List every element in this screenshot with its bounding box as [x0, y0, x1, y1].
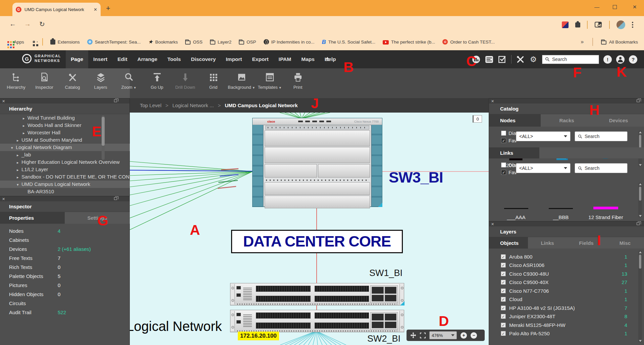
bookmark-perfect-strike[interactable]: The perfect strike (b... — [383, 40, 435, 45]
hierarchy-button[interactable]: Hierarchy — [2, 68, 30, 98]
bookmark-order-to-cash[interactable]: GOrder to Cash TEST... — [442, 39, 495, 45]
expand-icon[interactable] — [17, 137, 21, 144]
fav-checkbox[interactable]: ✓ — [501, 138, 506, 143]
menu-insert[interactable]: Insert — [88, 50, 112, 68]
label-ip-address[interactable]: 172.16.20.100 — [238, 332, 279, 340]
expand-icon[interactable] — [23, 129, 28, 137]
bookmark-folder-oss[interactable]: OSS — [185, 40, 203, 45]
eject-icon[interactable] — [325, 57, 330, 61]
browser-menu-icon[interactable] — [632, 24, 633, 25]
window-minimize-button[interactable]: — — [594, 4, 599, 10]
tab-links[interactable]: Links — [528, 237, 567, 249]
admin-tools-icon[interactable] — [516, 55, 525, 64]
layer-count[interactable]: 1 — [625, 254, 627, 260]
label-sw3-bi[interactable]: SW3_BI — [389, 169, 443, 186]
tree-item[interactable]: Woods Hall and Skinner — [0, 122, 130, 129]
hierarchy-scrollbar[interactable] — [102, 116, 105, 160]
layer-checkbox[interactable]: ✓ — [501, 331, 506, 336]
expand-icon[interactable] — [23, 122, 28, 129]
layer-checkbox[interactable]: ✓ — [501, 288, 506, 293]
collapse-icon[interactable] — [17, 181, 21, 188]
layer-count[interactable]: 4 — [625, 322, 627, 328]
help-button[interactable]: ? — [629, 55, 637, 64]
all-bookmarks-button[interactable]: All Bookmarks — [601, 40, 638, 45]
zoom-button[interactable]: Zoom▼ — [115, 68, 143, 98]
expand-icon[interactable] — [17, 151, 21, 159]
catalog-links-header[interactable]: Links — [489, 147, 539, 158]
tree-item[interactable]: Wind Tunnel Building — [0, 114, 130, 122]
catalog-button[interactable]: Catalog — [58, 68, 87, 98]
search-tabs-icon[interactable] — [594, 21, 602, 28]
grid-button[interactable]: Grid — [199, 68, 227, 98]
tree-item[interactable]: _lab — [0, 151, 130, 158]
menu-discovery[interactable]: Discovery — [186, 50, 221, 68]
fit-screen-icon[interactable] — [420, 333, 426, 338]
menu-tools[interactable]: Tools — [162, 50, 186, 68]
tree-item[interactable]: USM at Southern Maryland — [0, 136, 130, 144]
link-swatch-aaa[interactable] — [504, 208, 528, 209]
close-icon[interactable]: ✕ — [2, 197, 5, 201]
float-panel-icon[interactable] — [114, 99, 117, 102]
pan-move-icon[interactable] — [410, 332, 416, 338]
layer-checkbox[interactable]: ✓ — [501, 314, 506, 319]
bookmarks-overflow-icon[interactable]: » — [581, 39, 584, 45]
layers-button[interactable]: Layers — [87, 68, 115, 98]
inspector-button[interactable]: Inspector — [30, 68, 58, 98]
menu-help[interactable]: Help — [320, 50, 341, 68]
catalog-nodes-search-input[interactable]: Search — [575, 131, 628, 141]
layer-count[interactable]: 7 — [625, 305, 627, 311]
close-icon[interactable]: ✕ — [2, 99, 5, 104]
layer-checkbox[interactable]: ✓ — [501, 280, 506, 285]
menu-arrange[interactable]: Arrange — [132, 50, 162, 68]
layer-count[interactable]: 1 — [625, 331, 627, 336]
tab-objects[interactable]: Objects — [489, 237, 528, 249]
expand-icon[interactable] — [17, 159, 21, 166]
breadcrumb-logical-network[interactable]: Logical Network ... — [172, 102, 214, 108]
audit-trail-link[interactable]: 522 — [58, 308, 66, 317]
forward-icon[interactable]: → — [24, 20, 31, 28]
layers-scrollbar[interactable] — [638, 251, 642, 343]
zoom-in-button[interactable]: + — [461, 332, 467, 339]
tab-racks[interactable]: Racks — [541, 114, 593, 127]
layer-checkbox[interactable]: ✓ — [501, 263, 506, 268]
expand-icon[interactable] — [17, 174, 21, 181]
menu-ipam[interactable]: IPAM — [274, 50, 297, 68]
nodes-count-link[interactable]: 4 — [58, 226, 60, 235]
window-close-button[interactable]: ✕ — [633, 4, 637, 10]
tab-nodes[interactable]: Nodes — [489, 114, 541, 127]
label-sw2-bi[interactable]: SW2_BI — [367, 334, 400, 344]
catalog-links-type-select[interactable]: <ALL> — [516, 163, 571, 173]
catalog-links-scrollbar[interactable] — [638, 183, 642, 218]
data-center-core-textbox[interactable]: DATA CENTER CORE — [231, 230, 403, 253]
bookmark-searchtempest[interactable]: SearchTempest: Sea... — [87, 39, 141, 45]
device-switch-sw1[interactable] — [230, 283, 404, 305]
new-tab-button[interactable]: + — [106, 4, 110, 13]
fav-checkbox[interactable]: ✓ — [501, 170, 506, 175]
float-panel-icon[interactable] — [637, 99, 640, 102]
bookmark-ip-indemnities[interactable]: IP Indemnities in co... — [264, 39, 315, 45]
menu-import[interactable]: Import — [221, 50, 247, 68]
close-icon[interactable]: ✕ — [491, 99, 494, 104]
browser-tab[interactable]: G UMD Campus Logical Network ✕ — [12, 3, 101, 16]
bookmark-us-social[interactable]: BThe U.S. Social Safet... — [322, 39, 375, 45]
layer-count[interactable]: 1 — [625, 296, 627, 302]
bookmark-folder-osp[interactable]: OSP — [239, 40, 256, 45]
reload-icon[interactable]: ↻ — [39, 20, 45, 28]
settings-gear-icon[interactable]: ⚙ — [529, 55, 538, 64]
label-sw1-bi[interactable]: SW1_BI — [369, 268, 402, 278]
bookmark-bookmarks[interactable]: ★Bookmarks — [148, 39, 178, 45]
apps-label[interactable]: Apps — [14, 40, 24, 45]
layer-count[interactable]: 1 — [625, 288, 627, 294]
expand-icon[interactable] — [17, 166, 21, 174]
link-swatch-bbb[interactable] — [549, 208, 573, 209]
layer-count[interactable]: 1 — [625, 262, 627, 268]
label-logical-network[interactable]: Logical Network — [130, 319, 222, 334]
report-list-icon[interactable] — [485, 55, 494, 64]
close-icon[interactable]: ✕ — [491, 222, 494, 226]
tab-devices[interactable]: Devices — [593, 114, 644, 127]
go-up-button[interactable]: Go Up — [143, 68, 171, 98]
resize-handle[interactable] — [378, 203, 382, 207]
device-switch-sw2[interactable] — [230, 310, 404, 332]
dia-checkbox[interactable] — [501, 162, 506, 167]
menu-edit[interactable]: Edit — [112, 50, 132, 68]
